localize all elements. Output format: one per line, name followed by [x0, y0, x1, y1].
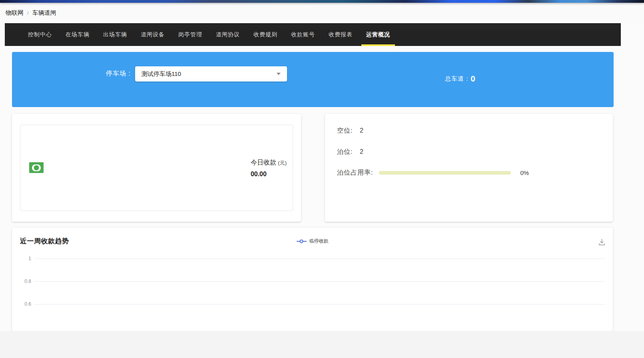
weekly-revenue-chart-card: 近一周收款趋势 临停收款 1 0.8 0.6 [12, 228, 613, 331]
download-icon[interactable] [598, 238, 606, 247]
total-lanes-label: 总车道 : [445, 75, 468, 83]
chart-legend-temporary-parking[interactable]: 临停收款 [297, 238, 329, 245]
parking-lot-select-value: 测试停车场110 [142, 70, 277, 78]
browser-top-edge [0, 0, 644, 3]
tab-exit-vehicles[interactable]: 出场车辆 [103, 23, 127, 46]
tab-billing-rules[interactable]: 收费规则 [253, 23, 277, 46]
breadcrumb-separator: / [27, 10, 29, 16]
today-revenue-inner-box: 今日收款 (元) 00.00 [20, 125, 293, 211]
tab-payment-accounts[interactable]: 收款账号 [291, 23, 315, 46]
berth-status-card: 空位: 2 泊位: 2 泊位占用率: 0% [325, 114, 613, 222]
today-revenue-title: 今日收款 [251, 159, 276, 166]
chevron-down-icon [277, 73, 281, 75]
banknote-icon [29, 162, 44, 173]
occupancy-progress-bar [379, 171, 511, 175]
berth-count-row: 泊位: 2 [337, 148, 363, 156]
line-series-marker-icon [297, 239, 307, 243]
legend-label: 临停收款 [309, 238, 329, 245]
occupancy-label: 泊位占用率: [337, 169, 373, 177]
occupancy-percent: 0% [520, 169, 529, 176]
ytick-label: 0.8 [20, 278, 31, 284]
today-revenue-text: 今日收款 (元) 00.00 [251, 159, 287, 178]
berth-count-value: 2 [360, 148, 363, 155]
chart-title: 近一周收款趋势 [20, 237, 69, 246]
total-lanes: 总车道 : 0 [445, 74, 475, 84]
parking-lot-select[interactable]: 测试停车场110 [135, 66, 287, 82]
module-tab-bar: 控制中心 在场车辆 出场车辆 道闸设备 岗亭管理 道闸协议 收费规则 收款账号 … [5, 23, 621, 46]
tab-gate-protocol[interactable]: 道闸协议 [216, 23, 240, 46]
breadcrumb-current: 车辆道闸 [32, 9, 56, 17]
breadcrumb-root[interactable]: 物联网 [6, 9, 24, 17]
empty-spaces-row: 空位: 2 [337, 127, 363, 135]
tab-booth-management[interactable]: 岗亭管理 [178, 23, 202, 46]
breadcrumb: 物联网 / 车辆道闸 [0, 3, 644, 23]
tab-control-center[interactable]: 控制中心 [28, 23, 52, 46]
ytick-label: 1 [20, 256, 31, 261]
empty-spaces-label: 空位: [337, 127, 353, 134]
empty-spaces-value: 2 [360, 127, 363, 134]
tab-operation-overview[interactable]: 运营概况 [366, 23, 390, 46]
parking-lot-label: 停车场 : [106, 70, 131, 78]
page-bottom-background [0, 331, 644, 358]
total-lanes-value: 0 [471, 74, 475, 84]
today-revenue-amount: 00.00 [251, 171, 287, 178]
ytick-label: 0.6 [20, 301, 31, 307]
parking-lot-banner: 停车场 : 测试停车场110 总车道 : 0 [12, 52, 614, 107]
today-revenue-card: 今日收款 (元) 00.00 [12, 114, 301, 222]
berth-count-label: 泊位: [337, 148, 353, 155]
tab-onsite-vehicles[interactable]: 在场车辆 [66, 23, 90, 46]
tab-gate-devices[interactable]: 道闸设备 [141, 23, 165, 46]
occupancy-row: 泊位占用率: 0% [337, 169, 529, 177]
today-revenue-unit: (元) [278, 160, 287, 166]
tab-billing-reports[interactable]: 收费报表 [329, 23, 353, 46]
